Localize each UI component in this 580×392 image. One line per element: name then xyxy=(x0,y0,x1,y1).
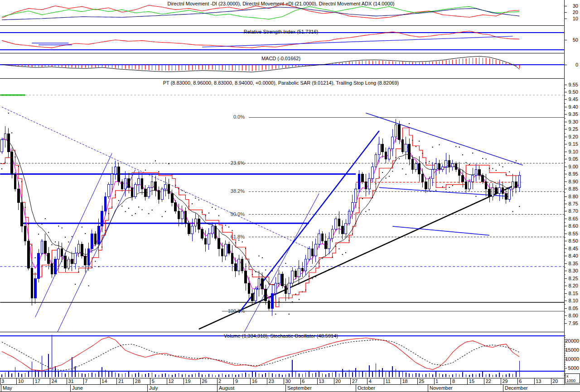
volume-unit-label: x 1000 xyxy=(565,373,580,383)
volume-panel-title: Volume (1,334,318), Stochastic Oscillato… xyxy=(224,333,338,339)
dmi-panel-title: Directnl Movement -DI (23.0000), Directn… xyxy=(167,1,394,6)
price-panel-title: PT (8.83000, 8.96000, 8.83000, 8.94000, … xyxy=(163,80,399,86)
metastock-multi-panel-chart: 0.0%23.6%38.2%50.0%61.8%100.0%3020105009… xyxy=(0,0,580,392)
rsi-panel-title: Relative Strength Index (51.7316) xyxy=(244,29,319,34)
macd-panel-title: MACD (-0.01662) xyxy=(261,56,300,61)
